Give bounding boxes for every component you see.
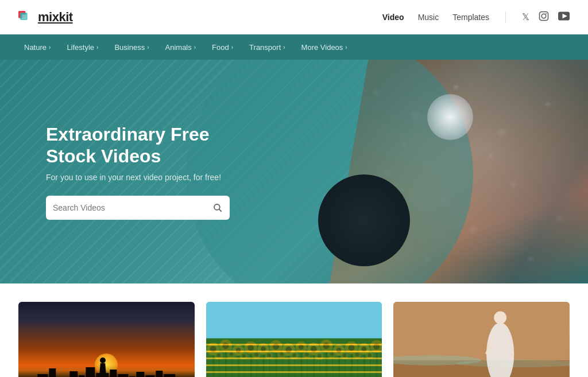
svg-point-23 [214, 204, 220, 210]
svg-rect-94 [357, 353, 358, 377]
hero-section: Extraordinary Free Stock Videos For you … [0, 60, 588, 283]
svg-point-105 [267, 353, 271, 357]
svg-rect-33 [118, 374, 128, 377]
svg-point-97 [216, 353, 220, 357]
svg-line-24 [219, 209, 222, 212]
nav-templates[interactable]: Templates [452, 13, 489, 22]
svg-rect-43 [237, 349, 239, 377]
svg-point-21 [487, 154, 494, 161]
svg-rect-52 [351, 347, 353, 377]
svg-rect-85 [243, 355, 245, 377]
svg-rect-92 [332, 353, 333, 377]
logo[interactable]: mixkit [18, 10, 73, 25]
category-transport[interactable]: Transport › [243, 41, 291, 54]
category-lifestyle[interactable]: Lifestyle › [61, 41, 104, 54]
svg-point-67 [282, 343, 295, 356]
svg-point-112 [315, 352, 323, 360]
svg-rect-95 [369, 355, 370, 377]
svg-rect-30 [86, 367, 95, 377]
svg-point-96 [214, 351, 223, 359]
hero-dark-circle [318, 174, 410, 266]
svg-point-57 [219, 340, 232, 352]
svg-point-101 [242, 354, 246, 358]
svg-point-12 [544, 102, 552, 110]
svg-rect-35 [136, 372, 144, 377]
chevron-icon: › [194, 44, 196, 50]
video-card-beach[interactable] [393, 302, 570, 377]
hero-content: Extraordinary Free Stock Videos For you … [0, 123, 310, 220]
category-more-videos[interactable]: More Videos › [296, 41, 353, 54]
search-input[interactable] [53, 203, 208, 212]
hero-subtitle: For you to use in your next video projec… [46, 173, 264, 182]
svg-rect-42 [225, 345, 227, 377]
svg-rect-39 [206, 302, 382, 341]
svg-point-106 [277, 349, 285, 358]
svg-point-116 [341, 352, 348, 359]
video-card-sunflower[interactable] [206, 302, 382, 377]
chevron-icon: › [283, 44, 285, 50]
svg-point-64 [261, 347, 266, 352]
svg-point-59 [233, 345, 244, 356]
category-nature[interactable]: Nature › [18, 41, 56, 54]
search-button[interactable] [212, 203, 223, 213]
svg-point-19 [554, 215, 564, 226]
svg-rect-45 [262, 348, 264, 377]
svg-point-120 [366, 352, 373, 359]
svg-point-81 [370, 340, 382, 353]
svg-point-73 [320, 340, 332, 352]
chevron-icon: › [231, 44, 233, 50]
svg-rect-41 [212, 348, 214, 377]
svg-rect-87 [269, 355, 270, 377]
video-grid [0, 283, 588, 377]
category-business[interactable]: Business › [109, 41, 154, 54]
svg-point-4 [541, 14, 546, 18]
svg-point-100 [240, 352, 247, 360]
svg-point-80 [361, 347, 366, 352]
social-icons: 𝕏 [522, 11, 570, 24]
svg-point-119 [355, 353, 359, 357]
svg-point-128 [494, 311, 507, 324]
svg-rect-44 [250, 347, 252, 377]
nav-video[interactable]: Video [382, 13, 404, 22]
svg-point-18 [467, 226, 479, 238]
svg-point-77 [345, 341, 358, 354]
svg-point-58 [222, 343, 229, 349]
svg-point-121 [368, 353, 372, 357]
search-icon [212, 203, 223, 213]
category-food[interactable]: Food › [206, 41, 239, 54]
svg-rect-48 [300, 346, 302, 377]
nav-music[interactable]: Music [418, 13, 439, 22]
svg-rect-93 [345, 354, 346, 377]
chevron-icon: › [96, 44, 98, 50]
svg-point-98 [227, 349, 235, 358]
svg-point-117 [342, 353, 346, 357]
svg-point-66 [273, 343, 279, 349]
svg-point-78 [348, 345, 354, 351]
nav-divider [505, 11, 506, 23]
svg-point-70 [299, 345, 304, 350]
svg-point-63 [257, 343, 269, 355]
nav-links: Video Music Templates [382, 13, 489, 22]
instagram-icon[interactable] [539, 11, 549, 24]
svg-rect-47 [288, 348, 289, 377]
svg-point-79 [358, 343, 370, 355]
svg-rect-38 [164, 374, 175, 377]
search-bar [46, 196, 230, 220]
svg-rect-37 [156, 371, 163, 377]
svg-point-72 [310, 346, 316, 352]
category-animals[interactable]: Animals › [160, 41, 202, 54]
svg-point-75 [333, 345, 345, 356]
svg-point-11 [496, 129, 508, 140]
svg-point-103 [254, 353, 258, 357]
svg-rect-2 [22, 14, 26, 19]
svg-point-68 [285, 347, 292, 353]
twitter-icon[interactable]: 𝕏 [522, 11, 529, 22]
svg-point-55 [207, 343, 219, 355]
svg-rect-50 [326, 345, 327, 377]
svg-rect-83 [219, 354, 220, 377]
video-card-sunset[interactable] [18, 302, 195, 377]
youtube-icon[interactable] [558, 11, 570, 23]
svg-point-5 [546, 13, 547, 14]
svg-rect-26 [49, 368, 56, 377]
svg-rect-49 [313, 348, 315, 377]
